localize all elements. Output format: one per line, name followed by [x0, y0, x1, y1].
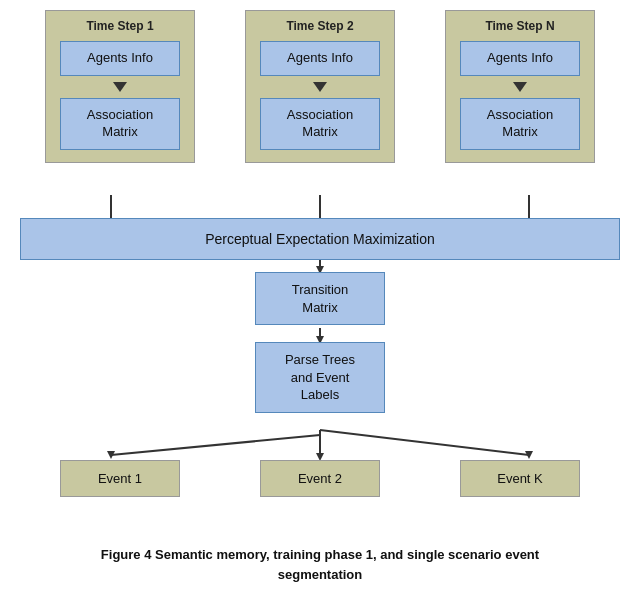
arrow-2: [313, 82, 327, 92]
transition-row: TransitionMatrix: [255, 272, 385, 325]
svg-line-11: [111, 435, 320, 455]
agents-info-1: Agents Info: [60, 41, 180, 76]
parse-trees-box: Parse Treesand EventLabels: [255, 342, 385, 413]
caption: Figure 4 Semantic memory, training phase…: [0, 545, 640, 584]
timestep-1-title: Time Step 1: [86, 19, 153, 33]
arrow-1: [113, 82, 127, 92]
parse-row: Parse Treesand EventLabels: [255, 342, 385, 413]
timestep-box-n: Time Step N Agents Info AssociationMatri…: [445, 10, 595, 163]
timestep-n-title: Time Step N: [485, 19, 554, 33]
caption-line1: Figure 4 Semantic memory, training phase…: [101, 547, 539, 562]
association-matrix-n: AssociationMatrix: [460, 98, 580, 150]
event-box-1: Event 1: [60, 460, 180, 497]
caption-line2: segmentation: [278, 567, 363, 582]
svg-marker-12: [107, 451, 115, 459]
timestep-row: Time Step 1 Agents Info AssociationMatri…: [20, 10, 620, 163]
svg-line-15: [320, 430, 529, 455]
timestep-box-2: Time Step 2 Agents Info AssociationMatri…: [245, 10, 395, 163]
timestep-box-1: Time Step 1 Agents Info AssociationMatri…: [45, 10, 195, 163]
diagram-container: Time Step 1 Agents Info AssociationMatri…: [0, 0, 640, 540]
event-box-2: Event 2: [260, 460, 380, 497]
events-row: Event 1 Event 2 Event K: [20, 460, 620, 497]
pem-box: Perceptual Expectation Maximization: [20, 218, 620, 260]
pem-row: Perceptual Expectation Maximization: [20, 218, 620, 260]
svg-marker-16: [525, 451, 533, 459]
timestep-2-title: Time Step 2: [286, 19, 353, 33]
transition-matrix-box: TransitionMatrix: [255, 272, 385, 325]
arrow-n: [513, 82, 527, 92]
association-matrix-2: AssociationMatrix: [260, 98, 380, 150]
agents-info-2: Agents Info: [260, 41, 380, 76]
association-matrix-1: AssociationMatrix: [60, 98, 180, 150]
agents-info-n: Agents Info: [460, 41, 580, 76]
event-box-k: Event K: [460, 460, 580, 497]
